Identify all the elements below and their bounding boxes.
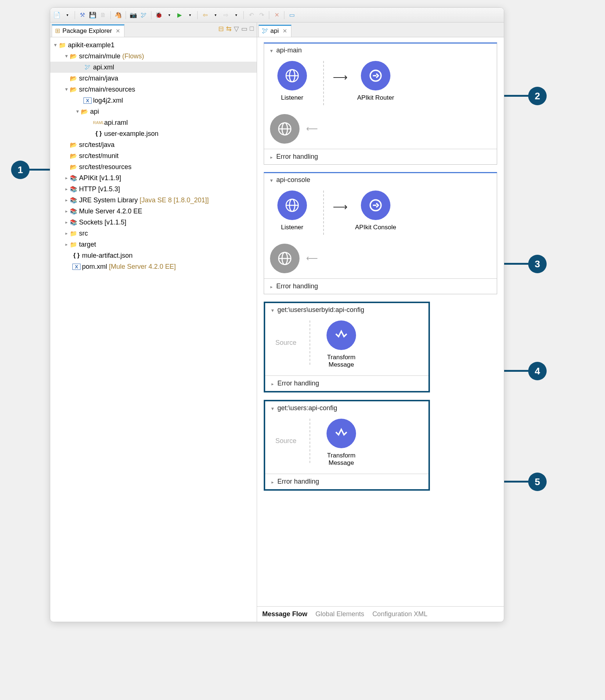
project-tree[interactable]: ▼📁apikit-example1 ▼📂src/main/mule (Flows…	[50, 37, 257, 622]
editor-bottom-tabs: Message Flow Global Elements Configurati…	[257, 606, 504, 622]
tree-folder-main-java[interactable]: 📂src/main/java	[50, 73, 257, 84]
mule-icon[interactable]: 🐴	[114, 11, 123, 20]
node-transform-message[interactable]: Transform Message	[319, 320, 363, 369]
tree-folder-main-resources[interactable]: ▼📂src/main/resources	[50, 84, 257, 95]
node-response[interactable]	[270, 244, 300, 273]
tree-lib-muleserver[interactable]: ▸📚Mule Server 4.2.0 EE	[50, 206, 257, 217]
callout-3: 3	[528, 255, 547, 273]
close-icon[interactable]: ✕	[116, 28, 120, 34]
dropdown-icon[interactable]: ▾	[185, 11, 194, 20]
editor-tab-api[interactable]: 🕊 api ✕	[259, 25, 291, 37]
globe-icon	[270, 114, 300, 144]
dove-icon[interactable]: 🕊	[139, 11, 148, 20]
tree-folder-test-java[interactable]: 📂src/test/java	[50, 139, 257, 150]
undo-icon[interactable]: ↶	[247, 11, 256, 20]
tree-file-mule-artifact[interactable]: { }mule-artifact.json	[50, 250, 257, 261]
node-apikit-router[interactable]: APIkit Router	[353, 61, 398, 102]
divider	[243, 11, 244, 19]
forward-icon[interactable]: ⇨	[221, 11, 230, 20]
back-icon[interactable]: ⇦	[201, 11, 209, 20]
callout-4: 4	[528, 362, 547, 380]
flow-canvas[interactable]: ▼ api-main Listener ⟶	[257, 37, 504, 606]
camera-icon[interactable]: 📷	[129, 11, 138, 20]
new-icon[interactable]: 📄	[52, 11, 61, 20]
transform-icon	[327, 320, 356, 350]
window-icon[interactable]: ▭	[287, 11, 296, 20]
editor-pane: 🕊 api ✕ ▼ api-main Listener	[257, 23, 504, 622]
close-icon[interactable]: ✕	[283, 28, 287, 34]
dropdown-icon[interactable]: ▾	[165, 11, 174, 20]
dropdown-icon[interactable]: ▾	[211, 11, 220, 20]
tree-folder-test-munit[interactable]: 📂src/test/munit	[50, 150, 257, 161]
flow-api-main[interactable]: ▼ api-main Listener ⟶	[264, 42, 497, 165]
tab-message-flow[interactable]: Message Flow	[262, 610, 307, 618]
node-listener[interactable]: Listener	[270, 61, 314, 102]
main-toolbar: 📄 ▾ ⚒ 💾 🗎 🐴 📷 🕊 🐞 ▾ ▶ ▾ ⇦ ▾ ⇨ ▾ ↶ ↷ ✕ ▭	[50, 8, 504, 23]
tab-label: Package Explorer	[62, 27, 112, 35]
maximize-icon[interactable]: □	[250, 25, 254, 33]
transform-icon	[327, 419, 356, 448]
globe-icon	[277, 61, 307, 90]
flow-api-console[interactable]: ▼ api-console Listener ⟶	[264, 172, 497, 294]
ide-window: 📄 ▾ ⚒ 💾 🗎 🐴 📷 🕊 🐞 ▾ ▶ ▾ ⇦ ▾ ⇨ ▾ ↶ ↷ ✕ ▭	[50, 7, 504, 622]
tree-lib-sockets[interactable]: ▸📚Sockets [v1.1.5]	[50, 217, 257, 228]
router-icon	[361, 61, 390, 90]
tree-folder-test-resources[interactable]: 📂src/test/resources	[50, 161, 257, 172]
tree-project[interactable]: ▼📁apikit-example1	[50, 40, 257, 51]
save-all-icon[interactable]: 🗎	[99, 11, 107, 20]
source-separator	[310, 419, 310, 463]
console-icon	[361, 191, 390, 220]
run-icon[interactable]: ▶	[175, 11, 184, 20]
divider	[126, 11, 126, 19]
view-menu-icon[interactable]: ▽	[234, 25, 239, 33]
error-handling-section[interactable]: ▸ Error handling	[265, 375, 428, 391]
flow-get-users[interactable]: ▼ get:\users:api-config Source Transform…	[264, 400, 430, 491]
dropdown-icon[interactable]: ▾	[63, 11, 72, 20]
exchange-icon[interactable]: ⚒	[78, 11, 87, 20]
error-handling-section[interactable]: ▸ Error handling	[265, 474, 428, 489]
tree-file-user-example[interactable]: { }user-example.json	[50, 128, 257, 139]
tree-lib-apikit[interactable]: ▸📚APIKit [v1.1.9]	[50, 172, 257, 183]
tree-folder-src[interactable]: ▸📁src	[50, 228, 257, 239]
node-response[interactable]	[270, 114, 300, 144]
source-separator	[323, 191, 324, 235]
flow-get-userbyid[interactable]: ▼ get:\users\userbyid:api-config Source …	[264, 302, 430, 392]
tree-lib-jre[interactable]: ▸📚JRE System Library [Java SE 8 [1.8.0_2…	[50, 195, 257, 206]
tree-file-pom[interactable]: Xpom.xml [Mule Server 4.2.0 EE]	[50, 261, 257, 272]
dropdown-icon[interactable]: ▾	[232, 11, 240, 20]
stop-icon[interactable]: ✕	[272, 11, 281, 20]
tree-file-log4j[interactable]: Xlog4j2.xml	[50, 95, 257, 106]
divider	[284, 11, 284, 19]
tree-folder-target[interactable]: ▸📁target	[50, 239, 257, 250]
source-placeholder[interactable]: Source	[271, 320, 301, 347]
redo-icon[interactable]: ↷	[257, 11, 266, 20]
tree-folder-api[interactable]: ▼📂api	[50, 106, 257, 117]
error-handling-section[interactable]: ▸ Error handling	[264, 278, 497, 294]
package-explorer-tab[interactable]: ⊞ Package Explorer ✕	[52, 24, 124, 37]
link-icon[interactable]: ⇆	[226, 25, 232, 33]
tree-file-api-raml[interactable]: RAMLapi.raml	[50, 117, 257, 128]
package-explorer-pane: ⊞ Package Explorer ✕ ⊟ ⇆ ▽ ▭ □ ▼📁apikit-…	[50, 23, 257, 622]
save-icon[interactable]: 💾	[88, 11, 97, 20]
mule-file-icon: 🕊	[262, 27, 268, 35]
divider	[269, 11, 269, 19]
tree-file-api-xml[interactable]: 🕊api.xml	[50, 62, 257, 73]
node-apikit-console[interactable]: APIkit Console	[353, 191, 398, 231]
node-listener[interactable]: Listener	[270, 191, 314, 231]
tree-lib-http[interactable]: ▸📚HTTP [v1.5.3]	[50, 183, 257, 195]
divider	[197, 11, 198, 19]
debug-icon[interactable]: 🐞	[154, 11, 163, 20]
collapse-all-icon[interactable]: ⊟	[218, 25, 224, 33]
package-explorer-icon: ⊞	[55, 27, 60, 35]
tab-configuration-xml[interactable]: Configuration XML	[372, 610, 427, 618]
tab-global-elements[interactable]: Global Elements	[315, 610, 364, 618]
node-transform-message[interactable]: Transform Message	[319, 419, 363, 467]
source-placeholder[interactable]: Source	[271, 419, 301, 445]
tree-folder-flows[interactable]: ▼📂src/main/mule (Flows)	[50, 51, 257, 62]
return-arrow-icon: ⟵	[306, 124, 318, 134]
callout-1: 1	[11, 161, 30, 179]
callout-2: 2	[528, 87, 547, 105]
return-arrow-icon: ⟵	[306, 254, 318, 263]
error-handling-section[interactable]: ▸ Error handling	[264, 149, 497, 164]
minimize-icon[interactable]: ▭	[241, 25, 247, 33]
